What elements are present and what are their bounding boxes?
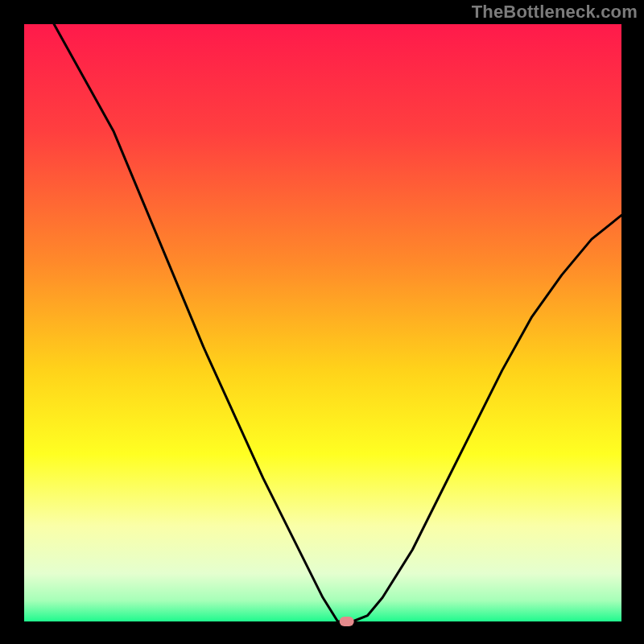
- chart-frame: TheBottleneck.com: [0, 0, 644, 644]
- selected-point-marker: [340, 617, 354, 626]
- bottleneck-curve-chart: [0, 0, 644, 644]
- plot-area: [24, 24, 621, 621]
- watermark-label: TheBottleneck.com: [472, 2, 638, 23]
